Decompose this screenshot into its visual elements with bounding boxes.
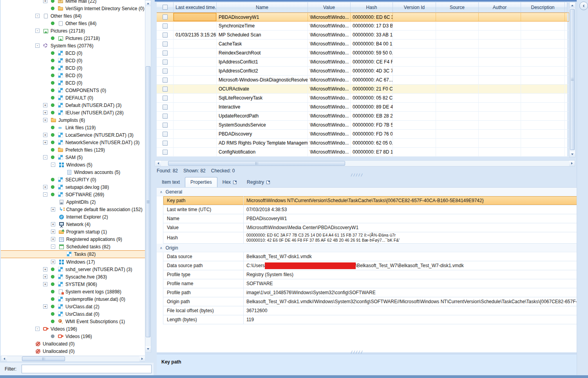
group-header-origin[interactable]: ∧Origin (157, 244, 582, 252)
cell-source[interactable] (436, 76, 479, 85)
property-row[interactable]: Data source Belkasoft_Test_W7-disk1.vmdk (163, 252, 580, 261)
tree-item[interactable]: + Network (4) (1, 221, 145, 228)
table-row[interactable]: ConfigNotification \Microsoft\Windo... 0… (157, 148, 567, 157)
cell-version-id[interactable] (393, 94, 436, 103)
expand-toggle-icon[interactable]: + (51, 237, 55, 241)
column-header-hash[interactable]: Hash (351, 2, 393, 13)
cell-source[interactable] (436, 22, 479, 31)
property-row[interactable]: File local offset (bytes) 36712600 (163, 306, 580, 315)
tree-item[interactable]: BCD (0) (1, 79, 145, 87)
cell-last-executed[interactable] (174, 112, 217, 121)
tree-item[interactable]: System event logs (18898) (1, 288, 145, 295)
cell-value[interactable]: \Microsoft\Windo... (308, 103, 351, 112)
column-header-name[interactable]: Name (217, 2, 308, 13)
scroll-right-arrow[interactable] (139, 356, 145, 362)
tree-item[interactable]: + SYSTEM (906) (1, 280, 145, 288)
column-header-value[interactable]: Value (308, 2, 351, 13)
tree-item[interactable]: - SAM (5) (1, 154, 145, 161)
cell-name[interactable]: ReindexSearchRoot (217, 49, 308, 58)
cell-source[interactable] (436, 103, 479, 112)
cell-name[interactable]: CacheTask (217, 40, 308, 49)
table-row[interactable]: SynchronizeTime \Microsoft\Windo... 0000… (157, 22, 567, 31)
expand-toggle-icon[interactable]: + (43, 118, 47, 122)
tree-item[interactable]: + Windows (17) (1, 258, 145, 266)
popout-window-icon[interactable] (266, 181, 270, 184)
tree-item[interactable]: Unallocated (0) (1, 340, 145, 347)
expand-toggle-icon[interactable]: + (51, 230, 55, 234)
cell-name[interactable]: OCURActivate (217, 85, 308, 94)
tree-item[interactable]: + NetworkService (NTUSER.DAT) (3) (1, 139, 145, 146)
cell-name[interactable]: IpAddressConflict1 (217, 58, 308, 67)
expand-toggle-icon[interactable]: - (51, 244, 55, 249)
scroll-left-arrow[interactable] (156, 161, 161, 166)
row-checkbox[interactable] (163, 87, 168, 92)
cell-name[interactable]: SynchronizeTime (217, 22, 308, 31)
tree-item[interactable]: Videos (196) (1, 333, 145, 340)
cell-description[interactable] (521, 85, 565, 94)
tab-hex[interactable]: Hex (217, 177, 242, 187)
cell-author[interactable] (479, 58, 521, 67)
cell-version-id[interactable] (393, 67, 436, 76)
cell-source[interactable] (436, 58, 479, 67)
cell-description[interactable] (521, 31, 565, 40)
column-header-description[interactable]: Description (521, 2, 565, 13)
tree-item[interactable]: + Jumplists (6) (1, 116, 145, 124)
cell-value[interactable]: \Microsoft\Windo... (308, 31, 351, 40)
tree-item[interactable]: Tasks (82) (1, 250, 145, 258)
scroll-down-arrow[interactable] (570, 152, 575, 157)
cell-last-executed[interactable] (174, 94, 217, 103)
cell-last-executed[interactable] (174, 76, 217, 85)
tree-item[interactable]: + Program startup (1) (1, 228, 145, 235)
row-checkbox[interactable] (163, 60, 168, 65)
cell-version-id[interactable] (393, 22, 436, 31)
property-row[interactable]: Data source path C:\Users\Belkasoft_Test… (163, 261, 580, 270)
cell-hash[interactable]: 00000000: B4 00 1... (351, 40, 393, 49)
tree-item[interactable]: Internet Explorer (2) (1, 213, 145, 221)
expand-toggle-icon[interactable]: + (43, 267, 47, 271)
cell-description[interactable] (521, 103, 565, 112)
tree-scrollbar-thumb[interactable] (146, 66, 150, 337)
expand-toggle-icon[interactable]: + (51, 222, 55, 226)
expand-toggle-icon[interactable]: - (51, 163, 55, 167)
expand-toggle-icon[interactable]: + (51, 207, 55, 212)
column-header-version-id[interactable]: Version Id (393, 2, 436, 13)
cell-value[interactable]: \Microsoft\Windo... (308, 85, 351, 94)
cell-author[interactable] (479, 121, 521, 130)
tree-item[interactable]: - Videos (196) (1, 325, 145, 333)
table-row[interactable]: PBDADiscovery \Microsoft\Windo... 000000… (157, 130, 567, 139)
cell-last-executed[interactable] (174, 139, 217, 148)
tree-item[interactable]: + sshd_server (NTUSER.DAT) (3) (1, 266, 145, 273)
table-row[interactable]: SystemSoundsService \Microsoft\Windo... … (157, 121, 567, 130)
expand-toggle-icon[interactable]: + (43, 133, 47, 137)
row-checkbox[interactable] (163, 24, 168, 29)
expand-toggle-icon[interactable]: + (43, 282, 47, 286)
cell-description[interactable] (521, 49, 565, 58)
tree-item[interactable]: + Syscache.hve (363) (1, 273, 145, 280)
tree-item[interactable]: + Mime mail (22) (1, 0, 145, 5)
cell-version-id[interactable] (393, 130, 436, 139)
cell-value[interactable]: \Microsoft\Windo... (308, 13, 351, 22)
cell-hash[interactable]: 00000000: ED 6C 3... (351, 13, 393, 22)
expand-toggle-icon[interactable]: + (43, 185, 47, 189)
table-row[interactable]: AD RMS Rights Policy Template Manageme..… (157, 139, 567, 148)
cell-hash[interactable]: 00000000: 62 05 0... (351, 139, 393, 148)
cell-hash[interactable]: 00000000: 89 DE 4... (351, 103, 393, 112)
tree-item[interactable]: BCD (0) (1, 57, 145, 64)
tree-item[interactable]: WMI Event Subscriptions (1) (1, 318, 145, 325)
cell-value[interactable]: \Microsoft\Windo... (308, 94, 351, 103)
cell-version-id[interactable] (393, 112, 436, 121)
tree-vertical-scrollbar[interactable] (145, 0, 151, 353)
tree-horizontal-scrollbar[interactable] (1, 356, 145, 362)
cell-last-executed[interactable]: 01/03/2135 3:15:26 (174, 31, 217, 40)
cell-description[interactable] (521, 58, 565, 67)
cell-hash[interactable]: 00000000: E7 8D 1... (351, 148, 393, 157)
cell-version-id[interactable] (393, 76, 436, 85)
property-row[interactable]: Key path Microsoft\Windows NT\CurrentVer… (163, 196, 580, 205)
table-row[interactable]: CacheTask \Microsoft\Windo... 00000000: … (157, 40, 567, 49)
cell-source[interactable] (436, 13, 479, 22)
cell-author[interactable] (479, 85, 521, 94)
table-row[interactable]: UpdateRecordPath \Microsoft\Windo... 000… (157, 112, 567, 121)
cell-name[interactable]: SqlLiteRecoveryTask (217, 94, 308, 103)
cell-value[interactable]: \Microsoft\Windo... (308, 130, 351, 139)
cell-description[interactable] (521, 13, 565, 22)
